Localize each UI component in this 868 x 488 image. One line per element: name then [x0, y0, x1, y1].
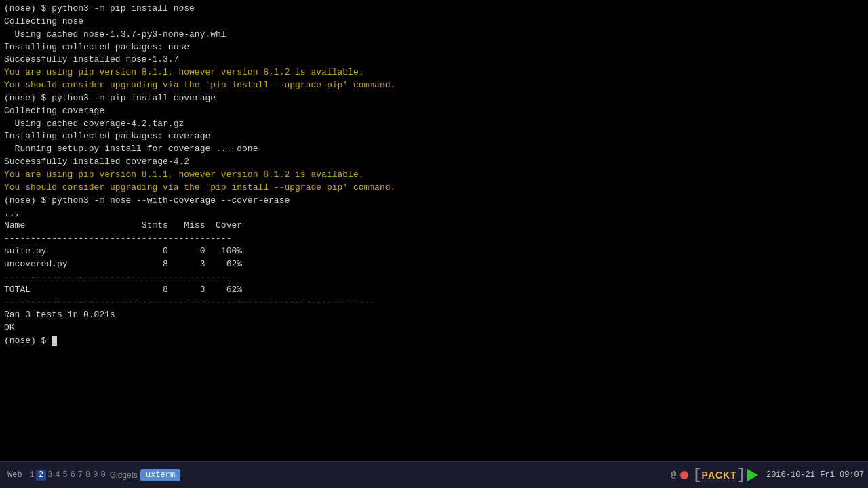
datetime-label: 2016-10-21 Fri 09:07: [766, 470, 864, 480]
terminal-line: ----------------------------------------…: [4, 232, 864, 245]
terminal-line: Collecting nose: [4, 16, 864, 28]
terminal-line: Collecting coverage: [4, 105, 864, 118]
terminal-line: (nose) $ python3 -m pip install nose: [4, 3, 864, 16]
terminal-cursor: [52, 336, 57, 346]
taskbar-num-0[interactable]: 0: [99, 470, 106, 480]
terminal-line: You should consider upgrading via the 'p…: [4, 79, 864, 92]
taskbar-num-9[interactable]: 9: [92, 470, 99, 480]
terminal-line: uncovered.py 8 3 62%: [4, 258, 864, 271]
taskbar-num-3[interactable]: 3: [46, 470, 54, 480]
terminal-line: (nose) $ python3 -m nose --with-coverage…: [4, 195, 864, 207]
packt-logo: [ PACKT ]: [692, 466, 758, 483]
packt-text: PACKT: [702, 470, 737, 481]
at-symbol: @: [671, 470, 677, 480]
taskbar-num-6[interactable]: 6: [69, 470, 77, 480]
terminal-line: Using cached coverage-4.2.tar.gz: [4, 118, 864, 131]
terminal-line: suite.py 0 0 100%: [4, 245, 864, 258]
taskbar-right: @ [ PACKT ] 2016-10-21 Fri 09:07: [671, 466, 864, 483]
taskbar-web[interactable]: Web: [4, 469, 26, 481]
terminal-line: ----------------------------------------…: [4, 296, 864, 309]
terminal-line: ...: [4, 207, 864, 220]
terminal-line: Installing collected packages: nose: [4, 41, 864, 54]
terminal-line: Successfully installed nose-1.3.7: [4, 54, 864, 66]
red-dot: [680, 471, 688, 479]
terminal-line: You are using pip version 8.1.1, however…: [4, 169, 864, 182]
terminal: (nose) $ python3 -m pip install noseColl…: [0, 0, 868, 461]
terminal-line: You are using pip version 8.1.1, however…: [4, 66, 864, 79]
play-icon: [747, 469, 758, 481]
terminal-line: Installing collected packages: coverage: [4, 130, 864, 143]
taskbar-num-7[interactable]: 7: [77, 470, 84, 480]
terminal-line: Using cached nose-1.3.7-py3-none-any.whl: [4, 28, 864, 41]
uxterm-button[interactable]: uxterm: [140, 469, 180, 481]
terminal-line: (nose) $: [4, 335, 864, 348]
terminal-line: (nose) $ python3 -m pip install coverage: [4, 92, 864, 105]
taskbar-num-2[interactable]: 2: [36, 470, 46, 481]
terminal-line: Successfully installed coverage-4.2: [4, 156, 864, 169]
terminal-line: OK: [4, 322, 864, 335]
terminal-line: You should consider upgrading via the 'p…: [4, 182, 864, 195]
num-row: 1234567890: [28, 470, 107, 480]
gidgets-label: Gidgets: [110, 470, 138, 480]
taskbar-num-4[interactable]: 4: [54, 470, 61, 480]
terminal-line: TOTAL 8 3 62%: [4, 284, 864, 297]
taskbar-num-8[interactable]: 8: [84, 470, 92, 480]
taskbar: Web 1234567890 Gidgets uxterm @ [ PACKT …: [0, 461, 868, 488]
right-bracket: ]: [737, 466, 746, 483]
terminal-line: ----------------------------------------…: [4, 271, 864, 284]
taskbar-num-5[interactable]: 5: [61, 470, 68, 480]
terminal-line: Running setup.py install for coverage ..…: [4, 143, 864, 156]
left-bracket: [: [692, 466, 701, 483]
terminal-line: Name Stmts Miss Cover: [4, 220, 864, 232]
terminal-line: Ran 3 tests in 0.021s: [4, 309, 864, 322]
taskbar-num-1[interactable]: 1: [28, 470, 36, 480]
